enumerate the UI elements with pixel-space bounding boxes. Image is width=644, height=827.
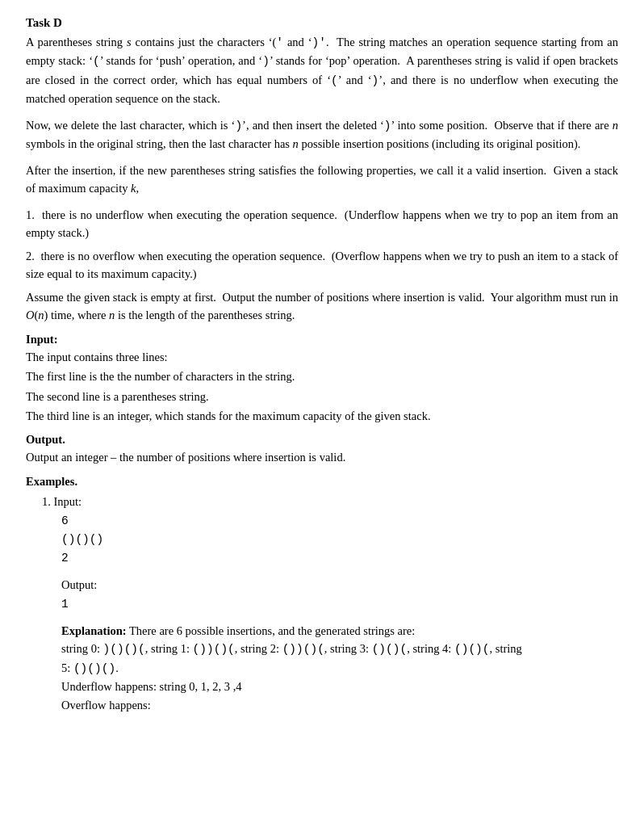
paragraph-4: Assume the given stack is empty at first…: [26, 288, 618, 325]
example-1-output-block: Output: 1: [61, 576, 618, 613]
input-desc-2: The first line is the the number of char…: [26, 367, 618, 385]
paragraph-3: After the insertion, if the new parenthe…: [26, 162, 618, 198]
explanation-label: Explanation:: [61, 624, 127, 637]
input-desc-3: The second line is a parentheses string.: [26, 388, 618, 405]
item-1: 1. there is no underflow when executing …: [26, 206, 618, 242]
item-2: 2. there is no overflow when executing t…: [26, 247, 618, 283]
paragraph-2: Now, we delete the last character, which…: [26, 116, 618, 153]
example-1-input: 6 ()()() 2: [61, 512, 618, 569]
output-desc: Output an integer – the number of positi…: [26, 448, 618, 466]
output-value: 1: [61, 595, 618, 614]
example-1-explanation: Explanation: There are 6 possible insert…: [61, 622, 618, 714]
task-title: Task D: [26, 16, 618, 30]
input-line-2: ()()(): [61, 531, 618, 549]
input-desc-1: The input contains three lines:: [26, 348, 618, 366]
example-1: 1. Input: 6 ()()() 2 Output: 1 Explanati…: [42, 495, 618, 714]
example-1-label: 1. Input:: [42, 495, 618, 509]
input-header: Input:: [26, 333, 618, 346]
page: Task D A parentheses string s contains j…: [0, 0, 644, 827]
examples-header: Examples.: [26, 475, 618, 489]
input-line-3: 2: [61, 549, 618, 568]
paragraph-1: A parentheses string s contains just the…: [26, 33, 618, 108]
output-header: Output.: [26, 433, 618, 447]
output-label: Output:: [61, 576, 618, 594]
input-line-1: 6: [61, 512, 618, 531]
input-desc-4: The third line is an integer, which stan…: [26, 407, 618, 425]
